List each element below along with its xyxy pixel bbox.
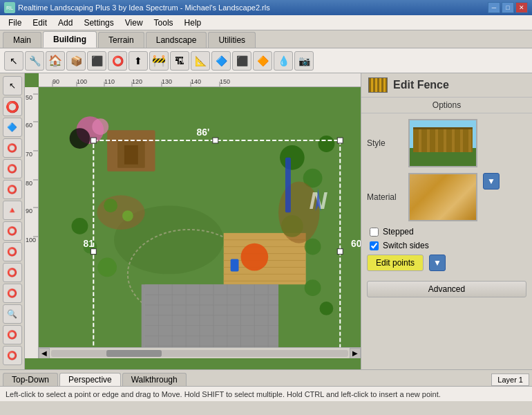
main-toolbar: ↖ 🔧 🏠 📦 ⬛ ⭕ ⬆ 🚧 🏗 📐 🔷 ⬛ 🔶 💧 📷 [0, 48, 532, 73]
stepped-label: Stepped [383, 227, 414, 237]
toolbar-up[interactable]: ⬆ [129, 51, 148, 71]
tab-building[interactable]: Building [43, 31, 97, 48]
menu-edit[interactable]: Edit [27, 17, 53, 29]
stepped-row: Stepped [367, 227, 526, 237]
svg-point-70 [320, 302, 334, 315]
tab-bar: Main Building Terrain Landscape Utilitie… [0, 30, 532, 48]
toolbar-select[interactable]: ↖ [4, 51, 23, 71]
svg-rect-74 [91, 138, 96, 143]
app-icon: RL [4, 2, 15, 13]
right-panel: Edit Fence Options Style Material [361, 73, 532, 369]
window-title: Realtime Landscaping Plus 3 by Idea Spec… [18, 3, 488, 12]
toolbar-cube[interactable]: 📦 [66, 51, 86, 71]
toolbar-square[interactable]: ⬛ [87, 51, 106, 71]
stepped-checkbox[interactable] [370, 228, 379, 237]
left-tool8[interactable]: ⭕ [3, 221, 22, 241]
material-label: Material [367, 192, 408, 202]
svg-point-66 [72, 218, 88, 234]
left-tool2[interactable]: ⭕ [3, 97, 22, 116]
left-tool7[interactable]: 🔺 [3, 201, 22, 220]
titlebar: RL Realtime Landscaping Plus 3 by Idea S… [0, 0, 532, 15]
style-preview[interactable] [408, 119, 477, 167]
toolbar-camera[interactable]: 📷 [294, 51, 314, 71]
left-tool10[interactable]: ⭕ [3, 263, 22, 282]
landscape-view[interactable]: 86' 60 81 19' 20' N ◀ ▶ [39, 87, 361, 358]
left-tool13[interactable]: ⭕ [3, 325, 22, 344]
view-tab-perspective[interactable]: Perspective [59, 373, 121, 386]
svg-rect-44 [231, 259, 239, 272]
toolbar-water[interactable]: 💧 [274, 51, 293, 71]
left-toolbar: ↖ ⭕ 🔷 ⭕ ⭕ ⭕ 🔺 ⭕ ⭕ ⭕ ⭕ 🔍 ⭕ ⭕ [0, 73, 25, 369]
edit-points-dropdown[interactable]: ▼ [429, 255, 446, 271]
toolbar-shape[interactable]: 🔶 [253, 51, 272, 71]
svg-text:60: 60 [351, 238, 361, 249]
tab-utilities[interactable]: Utilities [208, 32, 256, 48]
menu-tools[interactable]: Tools [149, 17, 179, 29]
advanced-button[interactable]: Advanced [367, 281, 526, 297]
toolbar-house[interactable]: 🏠 [46, 51, 65, 71]
canvas-area[interactable]: 90 100 110 120 130 140 150 [25, 73, 361, 369]
switch-sides-checkbox[interactable] [370, 241, 379, 250]
toolbar-arch[interactable]: 🏗 [170, 51, 189, 71]
app-icon-label: RL [6, 5, 13, 11]
menu-help[interactable]: Help [179, 17, 207, 29]
status-text: Left-click to select a point or edge and… [6, 390, 441, 398]
svg-rect-78 [213, 138, 218, 143]
layer-indicator[interactable]: Layer 1 [491, 374, 529, 386]
menubar: File Edit Add Settings View Tools Help [0, 15, 532, 30]
toolbar-block[interactable]: ⬛ [232, 51, 251, 71]
material-dropdown[interactable]: ▼ [483, 173, 500, 190]
tab-terrain[interactable]: Terrain [98, 32, 144, 48]
toolbar-circle[interactable]: ⭕ [108, 51, 127, 71]
svg-point-63 [319, 136, 335, 152]
menu-view[interactable]: View [120, 17, 149, 29]
svg-point-23 [122, 210, 133, 221]
material-row: Material ▼ [367, 173, 526, 221]
menu-add[interactable]: Add [53, 17, 78, 29]
svg-rect-72 [285, 158, 291, 212]
left-tool14[interactable]: ⭕ [3, 346, 22, 365]
svg-text:81: 81 [83, 238, 94, 249]
view-tab-topdown[interactable]: Top-Down [3, 373, 58, 386]
svg-point-17 [92, 118, 108, 135]
svg-rect-20 [124, 145, 138, 165]
toolbar-path[interactable]: 🔷 [211, 51, 231, 71]
left-tool11[interactable]: ⭕ [3, 284, 22, 303]
left-tool9[interactable]: ⭕ [3, 242, 22, 261]
svg-point-43 [240, 243, 268, 271]
options-text: Options [433, 100, 461, 110]
close-button[interactable]: ✕ [515, 2, 528, 13]
toolbar-tool2[interactable]: 🔧 [25, 51, 44, 71]
left-tool5[interactable]: ⭕ [3, 159, 22, 178]
toolbar-measure[interactable]: 📐 [191, 51, 210, 71]
tab-landscape[interactable]: Landscape [146, 32, 207, 48]
left-zoom[interactable]: 🔍 [3, 304, 22, 324]
left-tool6[interactable]: ⭕ [3, 180, 22, 199]
svg-point-61 [280, 145, 305, 170]
edit-fence-header: Edit Fence [361, 73, 532, 98]
view-tab-walkthrough[interactable]: Walkthrough [122, 373, 187, 386]
style-row: Style [367, 119, 526, 167]
svg-point-16 [70, 128, 91, 149]
tab-main[interactable]: Main [3, 32, 41, 48]
ruler-left: 50 60 70 80 90 100 [25, 87, 39, 358]
edit-points-button[interactable]: Edit points [367, 255, 424, 271]
switch-sides-label: Switch sides [383, 241, 429, 250]
scroll-left[interactable]: ◀ [39, 348, 50, 359]
panel-content: Style Material ▼ Stepped [361, 113, 532, 369]
left-tool4[interactable]: ⭕ [3, 138, 22, 158]
svg-text:86': 86' [197, 127, 210, 138]
left-tool3[interactable]: 🔷 [3, 118, 22, 137]
left-select[interactable]: ↖ [3, 76, 22, 95]
menu-settings[interactable]: Settings [78, 17, 119, 29]
svg-rect-80 [91, 249, 96, 255]
horizontal-scrollbar[interactable]: ◀ ▶ [39, 347, 361, 358]
options-label: Options [361, 98, 532, 113]
minimize-button[interactable]: ─ [488, 2, 500, 13]
toolbar-fence[interactable]: 🚧 [149, 51, 169, 71]
svg-point-69 [305, 279, 321, 296]
scroll-right[interactable]: ▶ [350, 348, 361, 359]
material-preview[interactable] [408, 173, 477, 221]
menu-file[interactable]: File [3, 17, 27, 29]
maximize-button[interactable]: □ [502, 2, 514, 13]
